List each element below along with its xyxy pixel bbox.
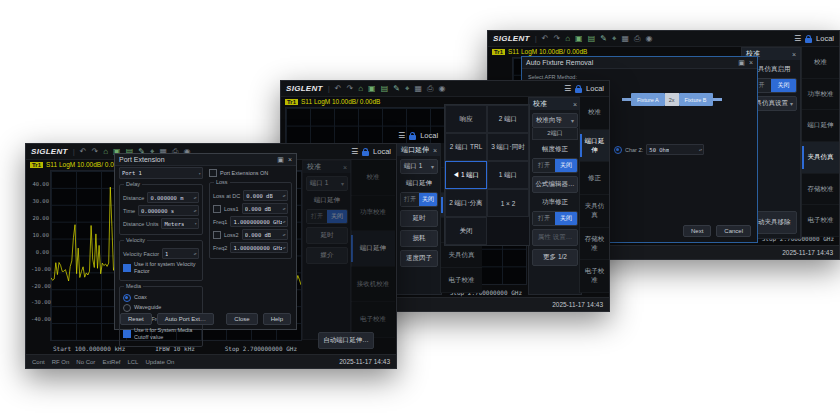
hamburger-menu-icon[interactable]: ☰ [564, 84, 571, 93]
loss2-input[interactable]: 0.000 dB▴▾ [242, 229, 288, 240]
panel-header[interactable]: 校准 × [303, 161, 351, 173]
cal-type-cell[interactable]: 2 端口 [487, 105, 529, 133]
sidebar-item-port-ext[interactable]: 端口延伸 [580, 130, 609, 163]
annotate-icon[interactable]: ✎ [393, 85, 400, 93]
auto-port-extension-button[interactable]: 自动端口延伸… [318, 332, 374, 349]
distance-units-select[interactable]: Meters▾ [161, 218, 199, 229]
preset-icon[interactable]: ⌂ [358, 85, 363, 93]
properties-button[interactable]: 属性 设置… [532, 229, 578, 246]
sidebar-item-fixture[interactable]: 夹具仿真 [802, 142, 839, 174]
layout-icon[interactable]: ▤ [588, 35, 596, 43]
sidebar-item-port-ext[interactable]: 端口延伸 [802, 110, 839, 142]
redo-icon[interactable]: ↷ [92, 148, 99, 156]
sidebar-item-ecal[interactable]: 电子校准 [802, 205, 839, 237]
spinner-arrows-icon[interactable]: ▴▾ [282, 219, 285, 224]
close-icon[interactable]: × [573, 101, 577, 108]
save-state-icon[interactable]: ▦ [414, 85, 422, 93]
print-icon[interactable]: ⎙ [427, 85, 433, 93]
preset-icon[interactable]: ⌂ [565, 35, 570, 43]
loss2-checkbox[interactable] [213, 231, 221, 239]
cal-type-cell[interactable]: 1 端口 [487, 161, 529, 189]
next-button[interactable]: Next [683, 225, 711, 237]
sidebar-item-power-cal[interactable]: 功率校准 [802, 79, 839, 111]
sidebar-item-fixture[interactable]: 夹具仿真 [441, 243, 482, 268]
spinner-arrows-icon[interactable]: ▴▾ [193, 208, 196, 213]
lock-icon[interactable] [409, 135, 416, 140]
cal-type-cell[interactable]: 3 端口·同时 [487, 133, 529, 161]
capture-screen-icon[interactable]: ▣ [368, 85, 376, 93]
redo-icon[interactable]: ↷ [554, 35, 561, 43]
close-icon[interactable]: × [749, 59, 753, 66]
hamburger-menu-icon[interactable]: ☰ [398, 131, 405, 140]
cal-type-cell[interactable]: 2 端口·分离 [445, 189, 487, 217]
sidebar-item-cal[interactable]: 校准 [802, 47, 839, 79]
close-button[interactable]: Close [226, 313, 257, 325]
distance-input[interactable]: 0.000000 m▴▾ [147, 192, 199, 203]
freq1-input[interactable]: 1.000000000 GHz▴▾ [230, 216, 288, 227]
lock-icon[interactable] [362, 151, 369, 156]
lock-icon[interactable] [575, 88, 582, 93]
undo-icon[interactable]: ↶ [80, 148, 87, 156]
toggle-off[interactable]: 关闭 [771, 79, 796, 92]
close-icon[interactable]: × [792, 51, 796, 58]
spinner-arrows-icon[interactable]: ▴▾ [282, 193, 285, 198]
sidebar-item-save-cal[interactable]: 存储校准 [580, 228, 609, 261]
char-z-input[interactable]: 50 Ohm ▴▾ [646, 144, 704, 155]
cal-type-cell[interactable]: 响应 [445, 105, 487, 133]
spinner-arrows-icon[interactable]: ▴▾ [699, 147, 702, 152]
undo-icon[interactable]: ↶ [335, 85, 342, 93]
sidebar-item-fixture[interactable]: 夹具仿真 [580, 195, 609, 228]
sidebar-item-cal[interactable]: 校准 [351, 160, 395, 196]
power-corr-toggle[interactable]: 打开 关闭 [532, 211, 578, 226]
layout-icon[interactable]: ▤ [381, 85, 389, 93]
delay-button[interactable]: 延时 [400, 210, 438, 227]
sidebar-item-port-ext[interactable]: 端口延伸 [351, 231, 395, 267]
screenshot-icon[interactable]: ◉ [438, 85, 445, 93]
trace-badge[interactable]: Tr1 [492, 49, 505, 55]
close-icon[interactable]: × [433, 147, 437, 154]
sidebar-item-power-cal[interactable]: 功率校准 [351, 196, 395, 232]
char-z-radio[interactable] [614, 146, 622, 154]
media-system-checkbox[interactable] [123, 330, 131, 338]
spinner-arrows-icon[interactable]: ▴▾ [282, 206, 285, 211]
sidebar-item-ecal[interactable]: 电子校准 [441, 268, 482, 293]
sidebar-item-cal[interactable]: 校准 [580, 97, 609, 130]
capture-screen-icon[interactable]: ▣ [575, 35, 583, 43]
sidebar-item-ecal[interactable]: 电子校准 [580, 260, 609, 293]
spinner-arrows-icon[interactable]: ▴▾ [193, 251, 196, 256]
velocity-button[interactable]: 速度因子 [400, 250, 438, 267]
toggle-off[interactable]: 关闭 [555, 159, 577, 172]
marker-icon[interactable]: ⌖ [612, 35, 617, 43]
freq2-input[interactable]: 1.000000000 GHz▴▾ [230, 242, 288, 253]
port-ext-toggle[interactable]: 打开 关闭 [400, 192, 438, 207]
vf-system-checkbox[interactable] [123, 264, 131, 272]
spinner-arrows-icon[interactable]: ▴▾ [282, 232, 285, 237]
panel-header[interactable]: 端口延伸 × [397, 144, 441, 156]
dock-icon[interactable]: ▣ [738, 59, 745, 67]
lock-icon[interactable] [805, 38, 812, 43]
annotate-icon[interactable]: ✎ [600, 35, 607, 43]
cal-type-cell[interactable]: 关闭 [445, 217, 487, 245]
toggle-on[interactable]: 打开 [533, 159, 555, 172]
media-button[interactable]: 媒介 [306, 247, 348, 264]
port-select[interactable]: Port 1 ▾ [119, 167, 203, 179]
screenshot-icon[interactable]: ◉ [645, 35, 652, 43]
panel-header[interactable]: 校准 × [529, 98, 581, 110]
hamburger-menu-icon[interactable]: ☰ [351, 147, 358, 156]
help-button[interactable]: Help [263, 313, 291, 325]
spinner-arrows-icon[interactable]: ▴▾ [193, 195, 196, 200]
undo-icon[interactable]: ↶ [542, 35, 549, 43]
toggle-off[interactable]: 关闭 [327, 210, 347, 223]
formula-editor-button[interactable]: 公式编辑器… [532, 176, 578, 193]
velocity-factor-input[interactable]: 1▴▾ [162, 248, 199, 259]
save-state-icon[interactable]: ▦ [621, 35, 629, 43]
coax-radio[interactable] [123, 294, 131, 302]
trace-badge[interactable]: Tr1 [285, 99, 298, 105]
dialog-titlebar[interactable]: Port Extension ▣ × [115, 154, 296, 166]
port-ext-toggle[interactable]: 打开 关闭 [306, 209, 348, 224]
cal-wizard-dropdown[interactable]: 校准向导 ▾ [532, 113, 578, 128]
sidebar-item-correction[interactable]: 修正 [580, 162, 609, 195]
delay-button[interactable]: 延时 [306, 227, 348, 244]
port-select-dropdown[interactable]: 端口 1 ▾ [400, 159, 438, 174]
cancel-button[interactable]: Cancel [716, 225, 751, 237]
